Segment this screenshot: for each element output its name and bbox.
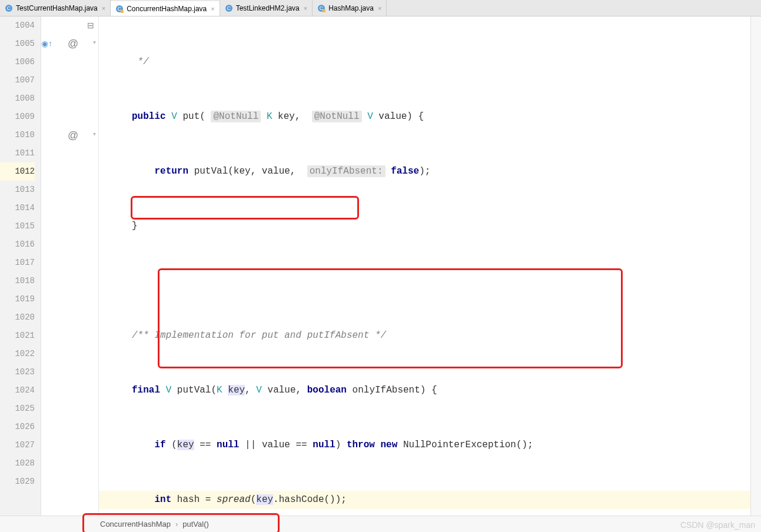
line-number: 1017 [0, 254, 35, 272]
line-number: 1021 [0, 327, 35, 345]
line-number: 1020 [0, 308, 35, 327]
code-line: return putVal(key, value, onlyIfAbsent: … [99, 162, 761, 181]
close-icon[interactable]: × [304, 5, 307, 12]
line-number: 1005 [0, 35, 35, 53]
editor-container: 1004 1005 1006 1007 1008 1009 1010 1011 … [0, 16, 761, 516]
java-class-icon: C [317, 4, 325, 12]
close-icon[interactable]: × [378, 5, 381, 12]
svg-rect-4 [121, 10, 124, 13]
tab-concurrenthashmap[interactable]: C ConcurrentHashMap.java × [111, 0, 220, 16]
line-number: 1016 [0, 235, 35, 254]
tab-testcurrenthashmap[interactable]: C TestCurrentHashMap.java × [0, 0, 111, 16]
tab-hashmap[interactable]: C HashMap.java × [313, 0, 387, 16]
override-icon[interactable]: ◉↑ [41, 39, 52, 48]
svg-text:C: C [7, 5, 11, 11]
fold-icon[interactable]: ⊟ [87, 21, 94, 30]
code-editor[interactable]: */ public V put( @NotNull K key, @NotNul… [99, 16, 761, 516]
breadcrumb-method[interactable]: putVal() [182, 520, 209, 528]
annotation-icon[interactable]: @ [68, 129, 78, 142]
line-number: 1013 [0, 181, 35, 199]
line-number-gutter: 1004 1005 1006 1007 1008 1009 1010 1011 … [0, 16, 41, 516]
fold-icon[interactable]: ▾ [93, 131, 96, 137]
line-number: 1004 [0, 16, 35, 35]
line-number: 1011 [0, 144, 35, 162]
editor-scrollbar-strip[interactable] [750, 16, 761, 516]
line-number: 1023 [0, 363, 35, 381]
code-line: final V putVal(K key, V value, boolean o… [99, 381, 761, 400]
line-number: 1022 [0, 345, 35, 363]
annotation-icon[interactable]: @ [68, 38, 78, 50]
watermark: CSDN @spark_man [680, 520, 755, 530]
code-line: */ [99, 53, 761, 71]
tab-testlinkedhm2[interactable]: C TestLinkedHM2.java × [220, 0, 313, 16]
tab-label: TestCurrentHashMap.java [16, 4, 98, 12]
code-line: if (key == null || value == null) throw … [99, 436, 761, 454]
tab-label: TestLinkedHM2.java [236, 4, 300, 12]
svg-rect-9 [323, 9, 325, 12]
breadcrumb-class[interactable]: ConcurrentHashMap [100, 520, 171, 528]
code-line: int hash = spread(key.hashCode()); [99, 491, 761, 509]
line-number: 1007 [0, 71, 35, 89]
code-line: } [99, 217, 761, 235]
line-number: 1015 [0, 217, 35, 235]
close-icon[interactable]: × [211, 5, 214, 12]
tab-label: ConcurrentHashMap.java [127, 5, 207, 13]
line-number: 1028 [0, 454, 35, 473]
line-number: 1006 [0, 53, 35, 71]
close-icon[interactable]: × [102, 5, 105, 12]
tab-label: HashMap.java [328, 4, 374, 12]
breadcrumb-bar: ConcurrentHashMap › putVal() [0, 516, 761, 532]
line-number: 1019 [0, 290, 35, 308]
code-line [99, 272, 761, 290]
gutter-icons: ⊟ ◉↑ @ ▾ @ ▾ [41, 16, 99, 516]
chevron-right-icon: › [175, 520, 178, 528]
fold-icon[interactable]: ▾ [93, 39, 96, 45]
code-line: public V put( @NotNull K key, @NotNull V… [99, 108, 761, 126]
svg-text:C: C [227, 5, 231, 11]
code-line: /** Implementation for put and putIfAbse… [99, 327, 761, 345]
line-number: 1018 [0, 272, 35, 290]
java-class-icon: C [5, 4, 13, 12]
line-number: 1027 [0, 436, 35, 454]
line-number: 1025 [0, 400, 35, 418]
editor-tabs: C TestCurrentHashMap.java × C Concurrent… [0, 0, 761, 16]
java-class-icon: C [115, 5, 124, 13]
line-number: 1012 [0, 162, 35, 181]
java-class-icon: C [225, 4, 233, 12]
line-number: 1029 [0, 473, 35, 491]
line-number: 1024 [0, 381, 35, 400]
line-number: 1009 [0, 108, 35, 126]
line-number: 1026 [0, 418, 35, 436]
line-number: 1010 [0, 126, 35, 144]
line-number: 1014 [0, 199, 35, 217]
line-number: 1008 [0, 89, 35, 108]
highlight-box-for [131, 196, 359, 220]
